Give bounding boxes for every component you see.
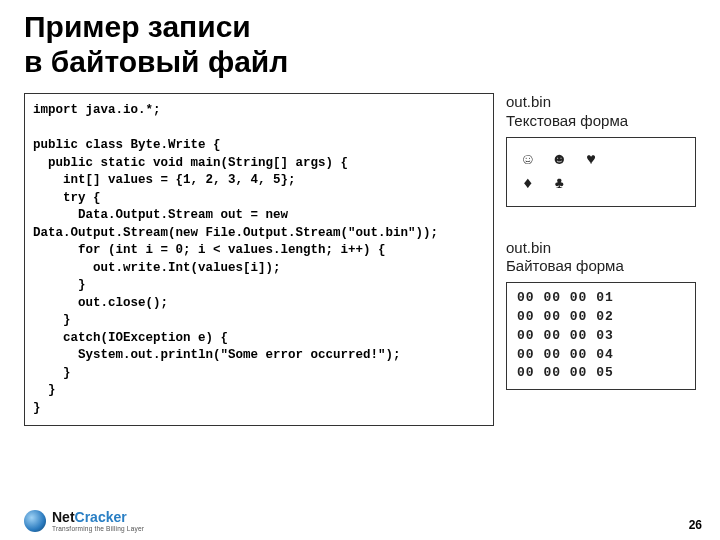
textform-row1: ☺☻♥ <box>523 151 618 169</box>
textform-filename: out.bin <box>506 93 551 110</box>
content-area: import java.io.*; public class Byte.Writ… <box>24 93 696 426</box>
byte-row: 00 00 00 01 <box>517 290 614 305</box>
logo-text: NetCracker Transforming the Billing Laye… <box>52 510 144 533</box>
byte-row: 00 00 00 04 <box>517 347 614 362</box>
byteform-label: out.bin Байтовая форма <box>506 239 696 277</box>
byteform-box: 00 00 00 01 00 00 00 02 00 00 00 03 00 0… <box>506 282 696 390</box>
byteform-filename: out.bin <box>506 239 551 256</box>
logo-globe-icon <box>24 510 46 532</box>
byte-row: 00 00 00 03 <box>517 328 614 343</box>
slide: Пример записи в байтовый файл import jav… <box>0 0 720 540</box>
side-panel: out.bin Текстовая форма ☺☻♥ ♦♣ out.bin Б… <box>506 93 696 426</box>
byte-row: 00 00 00 05 <box>517 365 614 380</box>
logo-name: NetCracker <box>52 510 144 524</box>
logo-tagline: Transforming the Billing Layer <box>52 526 144 533</box>
page-number: 26 <box>689 518 702 532</box>
logo-net: Net <box>52 509 75 525</box>
byteform-caption: Байтовая форма <box>506 257 624 274</box>
logo-cracker: Cracker <box>75 509 127 525</box>
title-line-2: в байтовый файл <box>24 45 288 78</box>
code-block: import java.io.*; public class Byte.Writ… <box>24 93 494 426</box>
textform-row2: ♦♣ <box>523 175 586 193</box>
footer: NetCracker Transforming the Billing Laye… <box>24 510 702 533</box>
textform-caption: Текстовая форма <box>506 112 628 129</box>
slide-title: Пример записи в байтовый файл <box>24 10 696 79</box>
byte-row: 00 00 00 02 <box>517 309 614 324</box>
logo: NetCracker Transforming the Billing Laye… <box>24 510 144 533</box>
textform-box: ☺☻♥ ♦♣ <box>506 137 696 207</box>
textform-label: out.bin Текстовая форма <box>506 93 696 131</box>
title-line-1: Пример записи <box>24 10 251 43</box>
